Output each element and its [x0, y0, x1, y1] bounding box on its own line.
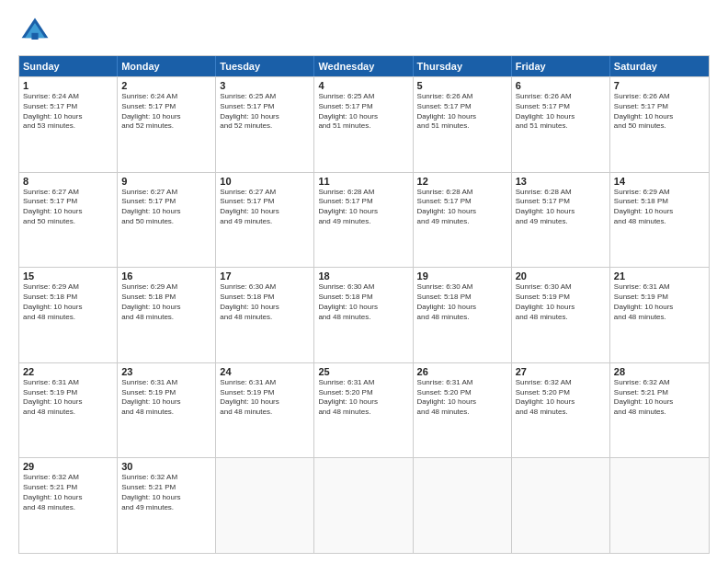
- day-cell-28: 28Sunrise: 6:32 AMSunset: 5:21 PMDayligh…: [610, 363, 709, 458]
- day-cell-8: 8Sunrise: 6:27 AMSunset: 5:17 PMDaylight…: [19, 173, 118, 268]
- day-info: Sunrise: 6:26 AMSunset: 5:17 PMDaylight:…: [516, 92, 606, 132]
- day-info: Sunrise: 6:31 AMSunset: 5:19 PMDaylight:…: [121, 378, 211, 418]
- day-number: 20: [516, 270, 606, 282]
- day-cell-20: 20Sunrise: 6:30 AMSunset: 5:19 PMDayligh…: [512, 268, 610, 362]
- day-info: Sunrise: 6:31 AMSunset: 5:19 PMDaylight:…: [614, 282, 705, 322]
- day-number: 5: [417, 80, 507, 91]
- calendar-body: 1Sunrise: 6:24 AMSunset: 5:17 PMDaylight…: [19, 76, 709, 553]
- header: [18, 15, 710, 48]
- day-info: Sunrise: 6:32 AMSunset: 5:21 PMDaylight:…: [23, 473, 113, 512]
- day-cell-25: 25Sunrise: 6:31 AMSunset: 5:20 PMDayligh…: [314, 363, 413, 458]
- empty-cell: [216, 458, 314, 553]
- day-cell-13: 13Sunrise: 6:28 AMSunset: 5:17 PMDayligh…: [512, 173, 610, 268]
- day-info: Sunrise: 6:28 AMSunset: 5:17 PMDaylight:…: [417, 188, 507, 227]
- day-number: 24: [220, 366, 310, 377]
- day-cell-22: 22Sunrise: 6:31 AMSunset: 5:19 PMDayligh…: [19, 363, 118, 458]
- day-number: 18: [318, 270, 408, 282]
- empty-cell: [414, 458, 512, 553]
- page: SundayMondayTuesdayWednesdayThursdayFrid…: [0, 0, 728, 563]
- day-cell-2: 2Sunrise: 6:24 AMSunset: 5:17 PMDaylight…: [118, 77, 216, 172]
- day-number: 14: [614, 176, 705, 187]
- day-info: Sunrise: 6:29 AMSunset: 5:18 PMDaylight:…: [23, 282, 113, 322]
- day-cell-23: 23Sunrise: 6:31 AMSunset: 5:19 PMDayligh…: [118, 363, 216, 458]
- day-number: 29: [23, 461, 113, 472]
- day-cell-18: 18Sunrise: 6:30 AMSunset: 5:18 PMDayligh…: [314, 268, 413, 362]
- day-info: Sunrise: 6:30 AMSunset: 5:18 PMDaylight:…: [220, 282, 310, 322]
- day-cell-12: 12Sunrise: 6:28 AMSunset: 5:17 PMDayligh…: [414, 173, 512, 268]
- day-number: 10: [220, 176, 310, 187]
- day-cell-4: 4Sunrise: 6:25 AMSunset: 5:17 PMDaylight…: [314, 77, 413, 172]
- logo-icon: [18, 15, 51, 48]
- header-day-sunday: Sunday: [19, 56, 118, 76]
- calendar-week-1: 1Sunrise: 6:24 AMSunset: 5:17 PMDaylight…: [19, 76, 709, 172]
- day-info: Sunrise: 6:24 AMSunset: 5:17 PMDaylight:…: [121, 92, 211, 132]
- day-number: 27: [516, 366, 606, 377]
- calendar-week-2: 8Sunrise: 6:27 AMSunset: 5:17 PMDaylight…: [19, 172, 709, 268]
- day-cell-14: 14Sunrise: 6:29 AMSunset: 5:18 PMDayligh…: [610, 173, 709, 268]
- day-info: Sunrise: 6:30 AMSunset: 5:19 PMDaylight:…: [516, 282, 606, 322]
- calendar-week-5: 29Sunrise: 6:32 AMSunset: 5:21 PMDayligh…: [19, 457, 709, 553]
- day-number: 21: [614, 270, 705, 282]
- day-number: 26: [417, 366, 507, 377]
- day-number: 15: [23, 270, 113, 282]
- day-info: Sunrise: 6:32 AMSunset: 5:21 PMDaylight:…: [121, 473, 211, 512]
- header-day-tuesday: Tuesday: [216, 56, 314, 76]
- day-info: Sunrise: 6:28 AMSunset: 5:17 PMDaylight:…: [516, 188, 606, 227]
- day-info: Sunrise: 6:31 AMSunset: 5:19 PMDaylight:…: [23, 378, 113, 418]
- day-info: Sunrise: 6:30 AMSunset: 5:18 PMDaylight:…: [318, 282, 408, 322]
- day-number: 11: [318, 176, 408, 187]
- header-day-wednesday: Wednesday: [314, 56, 413, 76]
- day-cell-19: 19Sunrise: 6:30 AMSunset: 5:18 PMDayligh…: [414, 268, 512, 362]
- day-number: 9: [121, 176, 211, 187]
- day-number: 25: [318, 366, 408, 377]
- day-number: 17: [220, 270, 310, 282]
- day-info: Sunrise: 6:29 AMSunset: 5:18 PMDaylight:…: [614, 188, 705, 227]
- day-cell-29: 29Sunrise: 6:32 AMSunset: 5:21 PMDayligh…: [19, 458, 118, 553]
- day-cell-6: 6Sunrise: 6:26 AMSunset: 5:17 PMDaylight…: [512, 77, 610, 172]
- calendar-week-3: 15Sunrise: 6:29 AMSunset: 5:18 PMDayligh…: [19, 267, 709, 362]
- day-info: Sunrise: 6:25 AMSunset: 5:17 PMDaylight:…: [220, 92, 310, 132]
- day-info: Sunrise: 6:31 AMSunset: 5:20 PMDaylight:…: [318, 378, 408, 418]
- calendar-header-row: SundayMondayTuesdayWednesdayThursdayFrid…: [19, 56, 709, 76]
- day-info: Sunrise: 6:31 AMSunset: 5:20 PMDaylight:…: [417, 378, 507, 418]
- header-day-monday: Monday: [118, 56, 216, 76]
- day-number: 19: [417, 270, 507, 282]
- day-info: Sunrise: 6:24 AMSunset: 5:17 PMDaylight:…: [23, 92, 113, 132]
- day-info: Sunrise: 6:32 AMSunset: 5:21 PMDaylight:…: [614, 378, 705, 418]
- day-info: Sunrise: 6:32 AMSunset: 5:20 PMDaylight:…: [516, 378, 606, 418]
- day-info: Sunrise: 6:27 AMSunset: 5:17 PMDaylight:…: [121, 188, 211, 227]
- day-number: 7: [614, 80, 705, 91]
- day-number: 22: [23, 366, 113, 377]
- day-cell-30: 30Sunrise: 6:32 AMSunset: 5:21 PMDayligh…: [118, 458, 216, 553]
- day-cell-15: 15Sunrise: 6:29 AMSunset: 5:18 PMDayligh…: [19, 268, 118, 362]
- day-info: Sunrise: 6:28 AMSunset: 5:17 PMDaylight:…: [318, 188, 408, 227]
- empty-cell: [512, 458, 610, 553]
- day-number: 4: [318, 80, 408, 91]
- day-cell-21: 21Sunrise: 6:31 AMSunset: 5:19 PMDayligh…: [610, 268, 709, 362]
- day-cell-17: 17Sunrise: 6:30 AMSunset: 5:18 PMDayligh…: [216, 268, 314, 362]
- logo: [18, 15, 55, 48]
- day-info: Sunrise: 6:27 AMSunset: 5:17 PMDaylight:…: [23, 188, 113, 227]
- day-info: Sunrise: 6:25 AMSunset: 5:17 PMDaylight:…: [318, 92, 408, 132]
- calendar: SundayMondayTuesdayWednesdayThursdayFrid…: [18, 55, 710, 554]
- day-cell-3: 3Sunrise: 6:25 AMSunset: 5:17 PMDaylight…: [216, 77, 314, 172]
- header-day-saturday: Saturday: [610, 56, 709, 76]
- day-cell-16: 16Sunrise: 6:29 AMSunset: 5:18 PMDayligh…: [118, 268, 216, 362]
- day-info: Sunrise: 6:26 AMSunset: 5:17 PMDaylight:…: [614, 92, 705, 132]
- day-number: 13: [516, 176, 606, 187]
- header-day-friday: Friday: [512, 56, 610, 76]
- day-number: 8: [23, 176, 113, 187]
- empty-cell: [314, 458, 413, 553]
- day-number: 2: [121, 80, 211, 91]
- day-number: 30: [121, 461, 211, 472]
- day-number: 28: [614, 366, 705, 377]
- day-cell-27: 27Sunrise: 6:32 AMSunset: 5:20 PMDayligh…: [512, 363, 610, 458]
- day-cell-10: 10Sunrise: 6:27 AMSunset: 5:17 PMDayligh…: [216, 173, 314, 268]
- day-cell-11: 11Sunrise: 6:28 AMSunset: 5:17 PMDayligh…: [314, 173, 413, 268]
- day-info: Sunrise: 6:26 AMSunset: 5:17 PMDaylight:…: [417, 92, 507, 132]
- header-day-thursday: Thursday: [414, 56, 512, 76]
- day-number: 6: [516, 80, 606, 91]
- day-cell-5: 5Sunrise: 6:26 AMSunset: 5:17 PMDaylight…: [414, 77, 512, 172]
- day-info: Sunrise: 6:29 AMSunset: 5:18 PMDaylight:…: [121, 282, 211, 322]
- day-cell-26: 26Sunrise: 6:31 AMSunset: 5:20 PMDayligh…: [414, 363, 512, 458]
